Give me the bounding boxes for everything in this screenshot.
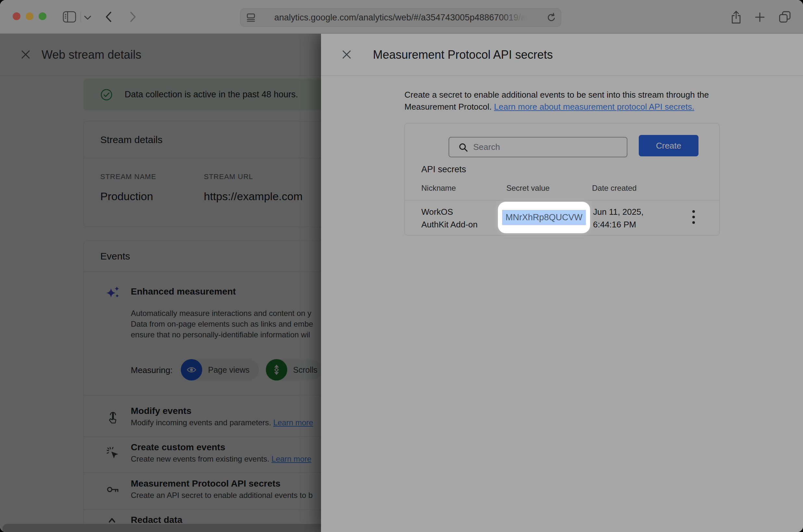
back-button-icon[interactable] [105,11,113,23]
measurement-protocol-api-secrets-panel: Measurement Protocol API secrets Create … [321,34,803,532]
sidebar-toggle-icon[interactable] [63,11,76,23]
create-button[interactable]: Create [639,135,698,156]
traffic-light-zoom[interactable] [39,12,46,20]
browser-toolbar: analytics.google.com/analytics/web/#/a35… [0,0,803,34]
api-secrets-section-label: API secrets [421,165,466,174]
learn-more-link[interactable]: Learn more about measurement protocol AP… [494,102,694,112]
bottom-bar [3,524,376,532]
search-input[interactable] [472,142,609,152]
toolbar-separator [80,12,81,22]
date-created-cell: Jun 11, 2025, 6:44:16 PM [593,206,643,231]
secret-value-selected-text[interactable]: MNrXhRp8QUCVW [502,210,585,225]
secret-value-spotlight: MNrXhRp8QUCVW [498,202,590,233]
share-icon[interactable] [730,10,742,24]
search-icon [458,142,468,152]
web-stream-details-panel: Web stream details Data collection is ac… [0,34,321,532]
modal-scrim [0,34,321,532]
close-icon[interactable] [341,49,352,60]
search-box[interactable] [449,137,628,157]
traffic-light-close[interactable] [13,12,20,20]
new-tab-icon[interactable] [754,12,765,23]
row-menu-icon[interactable] [692,210,695,227]
browser-window: analytics.google.com/analytics/web/#/a35… [0,0,803,532]
column-header-secret-value: Secret value [506,184,549,193]
url-bar[interactable]: analytics.google.com/analytics/web/#/a35… [240,8,561,27]
panel-description: Create a secret to enable additional eve… [405,89,709,113]
divider [405,200,719,201]
traffic-light-minimize[interactable] [26,12,34,20]
nickname-cell: WorkOS AuthKit Add-on [421,206,478,231]
right-panel-title: Measurement Protocol API secrets [373,34,553,76]
tab-overview-icon[interactable] [778,11,791,23]
url-fade [499,9,547,26]
reader-icon[interactable] [246,12,256,23]
column-header-date-created: Date created [592,184,636,193]
forward-button-icon[interactable] [129,11,137,23]
column-header-nickname: Nickname [421,184,456,193]
screenshot-stage: analytics.google.com/analytics/web/#/a35… [0,0,803,532]
chevron-down-icon[interactable] [84,15,92,20]
reload-icon[interactable] [546,12,557,23]
right-panel-header: Measurement Protocol API secrets [321,34,803,76]
